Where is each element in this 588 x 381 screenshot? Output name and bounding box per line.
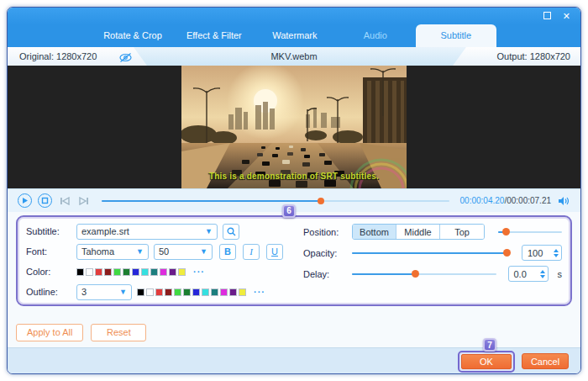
color-swatch[interactable] bbox=[229, 288, 237, 296]
color-swatch[interactable] bbox=[178, 268, 186, 276]
delay-input[interactable]: 0.0 bbox=[508, 266, 549, 282]
font-size-dropdown[interactable]: 50 ▼ bbox=[154, 244, 213, 260]
tab-subtitle[interactable]: Subtitle bbox=[416, 24, 496, 47]
next-frame-button[interactable] bbox=[77, 194, 91, 208]
subtitle-row: Subtitle: example.srt ▼ bbox=[26, 221, 303, 241]
cancel-button[interactable]: Cancel bbox=[522, 353, 569, 369]
color-swatch[interactable] bbox=[150, 268, 158, 276]
stepper-up-icon[interactable] bbox=[554, 249, 559, 252]
subtitle-label: Subtitle: bbox=[26, 226, 71, 236]
stop-button[interactable] bbox=[38, 193, 52, 208]
tab-rotate-crop[interactable]: Rotate & Crop bbox=[92, 24, 174, 47]
color-swatch[interactable] bbox=[220, 288, 228, 296]
tab-effect-filter[interactable]: Effect & Filter bbox=[174, 24, 255, 47]
opacity-slider[interactable] bbox=[352, 247, 510, 259]
eye-off-icon[interactable] bbox=[118, 52, 133, 63]
color-swatch[interactable] bbox=[239, 288, 246, 296]
color-swatch[interactable] bbox=[165, 288, 172, 296]
tab-watermark[interactable]: Watermark bbox=[255, 24, 335, 47]
maximize-button[interactable] bbox=[543, 12, 551, 21]
color-swatch[interactable] bbox=[174, 288, 181, 296]
position-label: Position: bbox=[303, 227, 347, 237]
color-swatch[interactable] bbox=[132, 268, 139, 276]
volume-icon[interactable] bbox=[557, 194, 570, 208]
font-family-dropdown[interactable]: Tahoma ▼ bbox=[76, 244, 149, 260]
position-slider[interactable] bbox=[498, 226, 562, 238]
bold-button[interactable]: B bbox=[219, 244, 236, 260]
ok-button-highlight-ring: OK bbox=[458, 351, 515, 373]
color-swatch[interactable] bbox=[95, 268, 102, 276]
video-scene bbox=[181, 66, 407, 188]
delay-value: 0.0 bbox=[514, 269, 527, 279]
video-frame[interactable]: This is a demonstration of SRT subtitles… bbox=[181, 66, 407, 188]
opacity-value: 100 bbox=[528, 248, 543, 258]
play-button[interactable] bbox=[18, 193, 32, 208]
original-resolution-label: Original: 1280x720 bbox=[19, 51, 97, 61]
position-segment: Bottom Middle Top bbox=[352, 224, 485, 240]
position-bottom-button[interactable]: Bottom bbox=[353, 225, 396, 239]
reset-button[interactable]: Reset bbox=[91, 324, 146, 341]
progress-thumb[interactable] bbox=[318, 198, 324, 204]
apply-to-all-button[interactable]: Apply to All bbox=[16, 324, 83, 341]
subtitle-file-dropdown[interactable]: example.srt ▼ bbox=[76, 224, 218, 240]
footer-bar: 7 OK Cancel bbox=[8, 347, 580, 373]
color-swatch[interactable] bbox=[104, 268, 112, 276]
tab-bar: Rotate & Crop Effect & Filter Watermark … bbox=[8, 24, 580, 47]
position-row: Position: Bottom Middle Top bbox=[303, 221, 562, 242]
color-swatch[interactable] bbox=[155, 288, 163, 296]
stepper-down-icon[interactable] bbox=[540, 275, 545, 278]
italic-button[interactable]: I bbox=[243, 244, 260, 260]
color-swatch[interactable] bbox=[86, 268, 93, 276]
chevron-down-icon: ▼ bbox=[195, 247, 207, 256]
position-middle-button[interactable]: Middle bbox=[396, 225, 440, 239]
color-swatch[interactable] bbox=[123, 268, 130, 276]
color-swatch[interactable] bbox=[113, 268, 121, 276]
browse-subtitle-button[interactable] bbox=[223, 224, 239, 240]
progress-slider[interactable]: 6 bbox=[102, 195, 449, 207]
color-swatch[interactable] bbox=[146, 288, 154, 296]
settings-right-column: Position: Bottom Middle Top Opacity: bbox=[303, 221, 562, 302]
color-swatch[interactable] bbox=[183, 288, 191, 296]
color-swatch[interactable] bbox=[192, 288, 200, 296]
more-outline-colors-button[interactable]: ··· bbox=[254, 287, 265, 297]
opacity-label: Opacity: bbox=[303, 248, 347, 258]
position-top-button[interactable]: Top bbox=[440, 225, 484, 239]
close-button[interactable]: ✕ bbox=[563, 12, 570, 21]
more-colors-button[interactable]: ··· bbox=[193, 267, 205, 277]
underline-button[interactable]: U bbox=[266, 244, 283, 260]
opacity-input[interactable]: 100 bbox=[522, 245, 562, 261]
position-slider-thumb[interactable] bbox=[502, 228, 510, 235]
tab-audio[interactable]: Audio bbox=[335, 24, 416, 47]
opacity-row: Opacity: 100 bbox=[303, 242, 562, 263]
color-swatch[interactable] bbox=[137, 288, 144, 296]
subtitle-file-value: example.srt bbox=[81, 226, 129, 236]
search-icon bbox=[227, 227, 236, 236]
video-preview-area: This is a demonstration of SRT subtitles… bbox=[8, 66, 580, 188]
ok-button[interactable]: OK bbox=[461, 354, 512, 369]
time-display: 00:00:04.20/00:00:07.21 bbox=[460, 196, 551, 205]
opacity-slider-thumb[interactable] bbox=[503, 249, 511, 257]
delay-stepper[interactable] bbox=[540, 270, 545, 278]
color-swatch[interactable] bbox=[141, 268, 149, 276]
color-swatch[interactable] bbox=[202, 288, 209, 296]
progress-fill bbox=[102, 200, 321, 202]
delay-unit-label: s bbox=[558, 269, 563, 279]
color-swatch[interactable] bbox=[76, 268, 84, 276]
output-resolution-label: Output: 1280x720 bbox=[497, 51, 570, 61]
chevron-down-icon: ▼ bbox=[131, 247, 144, 256]
outline-width-dropdown[interactable]: 3 ▼ bbox=[76, 284, 132, 300]
stepper-down-icon[interactable] bbox=[554, 254, 559, 257]
opacity-stepper[interactable] bbox=[554, 249, 559, 257]
chevron-down-icon: ▼ bbox=[114, 288, 127, 296]
previous-frame-button[interactable] bbox=[58, 194, 71, 208]
stepper-up-icon[interactable] bbox=[540, 270, 545, 273]
color-swatch[interactable] bbox=[169, 268, 176, 276]
font-family-value: Tahoma bbox=[81, 246, 114, 257]
delay-slider[interactable] bbox=[352, 268, 496, 280]
step-badge-6: 6 bbox=[282, 204, 296, 218]
color-swatch[interactable] bbox=[160, 268, 167, 276]
outline-label: Outline: bbox=[26, 287, 71, 297]
settings-area: Subtitle: example.srt ▼ Font: Tahoma ▼ bbox=[8, 212, 580, 317]
delay-slider-thumb[interactable] bbox=[412, 270, 419, 278]
color-swatch[interactable] bbox=[211, 288, 218, 296]
